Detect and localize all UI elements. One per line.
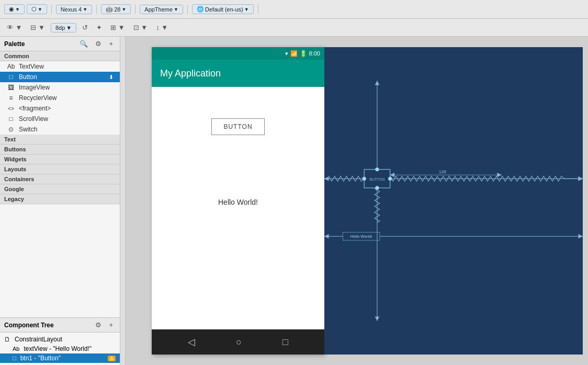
palette-section-containers[interactable]: Containers [0,174,120,184]
component-tree-header: Component Tree ⚙ + [0,318,120,333]
palette-item-scrollview[interactable]: □ ScrollView [0,114,120,124]
tree-item-button[interactable]: □ btn1 - "Button" ⚠ [0,353,120,363]
comp-tree-settings-btn[interactable]: ⚙ [93,319,104,330]
svg-marker-10 [390,173,394,177]
component-tree-content: 🗋 ConstraintLayout Ab textView - "Hello … [0,333,120,365]
svg-marker-4 [579,176,583,181]
signal-icon: 📶 [290,50,298,57]
palette-section-google[interactable]: Google [0,184,120,194]
nav-back-btn[interactable]: ◁ [188,336,195,348]
device-selector[interactable]: Nexus 4 ▼ [56,5,92,14]
api-arrow: ▼ [121,7,126,12]
left-scrollbar[interactable] [120,37,126,365]
design-dropdown-arrow: ▼ [15,7,20,12]
textview-tree-icon: Ab [13,346,19,352]
switch-icon: ⊙ [6,126,16,133]
svg-rect-13 [364,170,390,188]
app-title: My Application [160,68,221,79]
tree-item-textview[interactable]: Ab textView - "Hello World!" [0,344,120,353]
locale-group: 🌐 Default (en-us) ▼ [192,4,258,14]
blueprint-icon: ⬡ [31,6,37,13]
palette-item-switch[interactable]: ⊙ Switch [0,124,120,135]
comp-tree-plus-btn[interactable]: + [106,319,116,330]
svg-marker-1 [324,176,329,181]
warning-icon: ⚠ [108,356,116,361]
scrollview-icon: □ [6,115,16,123]
fragment-icon: <> [6,106,16,112]
palette-section-legacy[interactable]: Legacy [0,194,120,204]
palette-title: Palette [4,40,25,48]
svg-point-15 [388,177,392,181]
align-btn[interactable]: ⊡ ▼ [131,22,150,33]
fragment-label: <fragment> [19,105,51,112]
comp-tree-header-icons: ⚙ + [93,319,116,330]
theme-arrow: ▼ [174,7,178,12]
palette-item-textview[interactable]: Ab TextView [0,61,120,72]
dp-selector[interactable]: 8dp ▼ [51,23,76,32]
margin-btn[interactable]: ↕ ▼ [153,22,171,33]
palette-item-fragment[interactable]: <> <fragment> [0,103,120,114]
grid-btn[interactable]: ⊞ ▼ [108,22,127,33]
svg-marker-22 [324,234,329,238]
magic-btn[interactable]: ✦ [94,22,105,33]
nav-home-btn[interactable]: ○ [236,337,242,348]
palette-item-imageview[interactable]: 🖼 ImageView [0,82,120,93]
constraint-btn[interactable]: ⊟ ▼ [28,22,47,33]
textview-icon: Ab [6,63,16,70]
palette-header-icons: 🔍 ⚙ + [77,38,116,49]
recyclerview-icon: ≡ [6,94,16,102]
button-icon: □ [6,73,16,81]
theme-group: AppTheme ▼ [140,5,188,14]
eye-btn[interactable]: 👁 ▼ [4,22,25,33]
blueprint-inner: 148 BUTTON Hello World! [324,47,583,355]
dp-arrow: ▼ [66,25,72,31]
palette-plus-btn[interactable]: + [106,38,116,49]
view-toggle-group: ◉ ▼ ⬡ ▼ [4,4,52,14]
palette-search-btn[interactable]: 🔍 [77,38,91,49]
refresh-btn[interactable]: ↺ [80,22,91,33]
design-view-btn[interactable]: ◉ ▼ [4,4,25,14]
svg-text:148: 148 [439,169,446,174]
left-sidebar: Palette 🔍 ⚙ + Common Ab TextView □ [0,37,120,365]
layout-label: ConstraintLayout [15,336,62,343]
nav-recent-btn[interactable]: □ [282,337,288,348]
palette-section-layouts[interactable]: Layouts [0,164,120,174]
button-label: Button [19,73,37,81]
device-label: Nexus 4 [61,6,82,13]
palette-section-buttons[interactable]: Buttons [0,145,120,154]
blueprint-view-btn[interactable]: ⬡ ▼ [27,4,47,14]
palette-content: Common Ab TextView □ Button ⬇ 🖼 ImageVie… [0,51,120,317]
svg-marker-3 [579,176,583,181]
canvas-area: ▾ 📶 🔋 8:00 My Application BUTTON Hello W… [126,37,588,365]
phone-content: BUTTON Hello World! [152,87,324,329]
palette-settings-btn[interactable]: ⚙ [93,38,104,49]
component-tree-section: Component Tree ⚙ + 🗋 ConstraintLayout Ab [0,317,120,365]
recyclerview-label: RecyclerView [19,94,56,102]
api-group: 🤖 28 ▼ [101,4,135,14]
svg-marker-8 [375,316,379,320]
palette-section-text[interactable]: Text [0,135,120,145]
svg-point-17 [375,186,379,190]
locale-selector[interactable]: 🌐 Default (en-us) ▼ [192,4,254,14]
palette-section-widgets[interactable]: Widgets [0,154,120,164]
textview-label: TextView [19,63,44,70]
theme-selector[interactable]: AppTheme ▼ [140,5,183,14]
svg-point-16 [375,168,379,171]
imageview-label: ImageView [19,84,50,91]
wifi-icon: ▾ [285,50,288,57]
button-tree-icon: □ [13,355,16,361]
tree-item-constraintlayout[interactable]: 🗋 ConstraintLayout [0,335,120,344]
constraint-svg: 148 BUTTON Hello World! [324,47,583,355]
phone-button[interactable]: BUTTON [211,118,264,135]
palette-item-recyclerview[interactable]: ≡ RecyclerView [0,93,120,103]
component-tree-title: Component Tree [4,322,54,329]
download-icon[interactable]: ⬇ [109,74,114,81]
api-selector[interactable]: 🤖 28 ▼ [101,4,131,14]
svg-point-14 [363,177,366,181]
locale-label: Default (en-us) [205,6,243,13]
palette-item-button[interactable]: □ Button ⬇ [0,72,120,82]
palette-section-common[interactable]: Common [0,51,120,61]
textview-tree-label: textView - "Hello World!" [24,345,91,352]
blueprint-dropdown-arrow: ▼ [38,7,42,12]
scrollview-label: ScrollView [19,115,48,123]
